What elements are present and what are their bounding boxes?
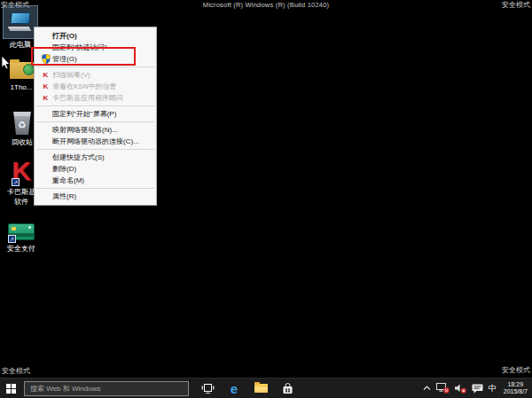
desktop-icon-label: 安全支付 xyxy=(7,245,35,253)
build-watermark: Microsoft (R) Windows (R) (Build 10240) xyxy=(0,1,532,9)
desktop-icon-label: 回收站 xyxy=(12,138,33,146)
mouse-cursor xyxy=(1,56,11,70)
search-input[interactable] xyxy=(25,382,188,395)
kaspersky-icon: K xyxy=(39,72,52,79)
menu-item-delete[interactable]: 删除(D) xyxy=(35,163,156,175)
recycle-glyph-icon: ♻ xyxy=(18,120,27,131)
shortcut-arrow-icon: ↗ xyxy=(8,235,16,243)
menu-item-rename[interactable]: 重命名(M) xyxy=(35,175,156,186)
recycle-bin-icon: ♻ xyxy=(12,110,32,137)
network-disabled-icon[interactable] xyxy=(436,383,450,394)
menu-separator xyxy=(36,66,154,67)
tray-clock[interactable]: 18:29 2015/8/7 xyxy=(504,381,528,396)
taskbar-search[interactable] xyxy=(24,381,189,396)
context-menu: 打开(O) 固定到"快速访问" 管理(G) K扫描病毒(V) K查看在KSN中的… xyxy=(34,27,157,206)
menu-item-map-network-drive[interactable]: 映射网络驱动器(N)... xyxy=(35,124,156,136)
menu-item-properties[interactable]: 属性(R) xyxy=(35,191,156,202)
tray-chevron-up-icon[interactable] xyxy=(423,386,431,391)
windows-logo-icon xyxy=(6,384,16,394)
safe-mode-label-bottom-left: 安全模式 xyxy=(2,366,30,376)
desktop-icon-label: 1Tho... xyxy=(11,83,33,91)
desktop: Microsoft (R) Windows (R) (Build 10240) … xyxy=(0,0,532,398)
notification-message-icon[interactable] xyxy=(472,384,483,394)
task-view-icon xyxy=(201,384,215,394)
this-pc-icon xyxy=(3,5,38,39)
kaspersky-icon: K xyxy=(39,95,52,102)
taskbar: e xyxy=(0,378,532,398)
menu-separator xyxy=(36,149,154,150)
shortcut-arrow-icon: ↗ xyxy=(12,178,20,186)
store-button[interactable] xyxy=(274,378,301,398)
file-explorer-button[interactable] xyxy=(247,378,274,398)
store-icon xyxy=(282,383,293,394)
tray-time: 18:29 xyxy=(504,381,528,389)
volume-muted-icon[interactable] xyxy=(455,384,466,394)
tray-date: 2015/8/7 xyxy=(504,388,528,396)
safe-mode-label-top-right: 安全模式 xyxy=(502,0,530,10)
menu-item-pin-to-start[interactable]: 固定到"开始"屏幕(P) xyxy=(35,108,156,120)
file-explorer-icon xyxy=(254,384,268,393)
uac-shield-icon xyxy=(39,54,52,64)
menu-item-ksn-reputation[interactable]: K查看在KSN中的信誉 xyxy=(35,81,156,92)
desktop-icon-label-line2: 软件 xyxy=(14,198,28,206)
edge-icon: e xyxy=(231,382,238,395)
desktop-icon-label: 卡巴斯基 xyxy=(7,188,35,196)
menu-separator xyxy=(36,188,154,189)
safe-money-icon: ↗ xyxy=(8,220,35,243)
drive-badge-icon xyxy=(23,64,35,75)
safe-mode-label-bottom-right: 安全模式 xyxy=(502,365,530,375)
ime-language-indicator[interactable]: 中 xyxy=(489,383,497,394)
desktop-icon-label: 此电脑 xyxy=(10,41,31,49)
menu-item-scan-virus[interactable]: K扫描病毒(V) xyxy=(35,69,156,81)
menu-item-pin-to-quick-access[interactable]: 固定到"快速访问" xyxy=(35,42,156,53)
desktop-icon-safe-money[interactable]: ↗ 安全支付 xyxy=(3,220,40,253)
menu-separator xyxy=(36,105,154,106)
kaspersky-icon: K xyxy=(39,83,52,90)
edge-button[interactable]: e xyxy=(221,378,247,398)
system-tray: 中 18:29 2015/8/7 xyxy=(423,381,528,396)
menu-item-manage[interactable]: 管理(G) xyxy=(35,53,156,65)
menu-item-app-advisor[interactable]: K卡巴斯基应用程序顾问 xyxy=(35,92,156,104)
menu-separator xyxy=(36,121,154,122)
start-button[interactable] xyxy=(0,378,21,398)
folder-icon xyxy=(10,55,34,82)
menu-item-create-shortcut[interactable]: 创建快捷方式(S) xyxy=(35,152,156,163)
menu-item-open[interactable]: 打开(O) xyxy=(35,30,156,42)
task-view-button[interactable] xyxy=(194,378,221,398)
kaspersky-icon: K ↗ xyxy=(12,156,31,186)
menu-item-disconnect-network-drive[interactable]: 断开网络驱动器的连接(C)... xyxy=(35,136,156,147)
